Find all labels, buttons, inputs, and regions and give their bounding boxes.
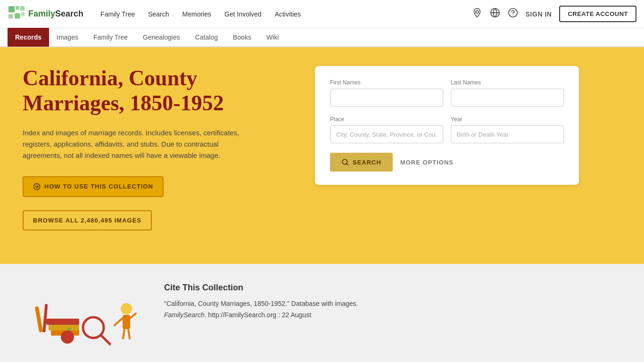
- cite-section: Cite This Collection "California, County…: [164, 283, 621, 321]
- sign-in-button[interactable]: SIGN IN: [526, 10, 552, 18]
- year-input[interactable]: [451, 125, 564, 143]
- svg-rect-3: [8, 14, 13, 19]
- svg-point-6: [476, 10, 479, 13]
- svg-rect-17: [46, 319, 79, 325]
- first-names-label: First Names: [330, 79, 443, 86]
- svg-rect-1: [16, 6, 19, 9]
- cite-text: "California, County Marriages, 1850-1952…: [164, 298, 621, 321]
- illustration-svg: [23, 283, 145, 358]
- svg-rect-5: [21, 12, 25, 16]
- place-input[interactable]: [330, 125, 443, 143]
- svg-rect-4: [15, 13, 20, 18]
- place-label: Place: [330, 116, 443, 123]
- name-row: First Names Last Names: [330, 79, 564, 107]
- svg-rect-18: [35, 306, 43, 333]
- svg-line-27: [128, 329, 130, 338]
- how-to-use-icon: [33, 183, 41, 190]
- cite-title: Cite This Collection: [164, 283, 621, 293]
- location-icon[interactable]: [472, 8, 482, 20]
- svg-line-25: [130, 313, 136, 318]
- hero-section: California, County Marriages, 1850-1952 …: [0, 47, 644, 264]
- place-group: Place: [330, 116, 443, 143]
- sub-nav: Records Images Family Tree Genealogies C…: [0, 28, 644, 47]
- nav-activities[interactable]: Activities: [269, 7, 306, 22]
- logo[interactable]: FamilySearch: [8, 5, 83, 23]
- svg-rect-0: [8, 6, 15, 12]
- last-names-input[interactable]: [451, 89, 564, 107]
- nav-memories[interactable]: Memories: [177, 7, 217, 22]
- svg-rect-23: [123, 315, 130, 329]
- how-to-use-button[interactable]: HOW TO USE THIS COLLECTION: [23, 176, 164, 197]
- help-icon[interactable]: [508, 8, 518, 20]
- svg-point-28: [61, 330, 74, 344]
- illustration: [23, 283, 145, 358]
- create-account-button[interactable]: CREATE ACCOUNT: [559, 6, 636, 22]
- browse-images-button[interactable]: BROWSE ALL 2,480,495 IMAGES: [23, 210, 152, 230]
- svg-line-14: [347, 164, 348, 165]
- last-names-group: Last Names: [451, 79, 564, 107]
- svg-point-22: [121, 303, 132, 314]
- top-nav: FamilySearch Family Tree Search Memories…: [0, 0, 644, 28]
- year-group: Year: [451, 116, 564, 143]
- hero-left: California, County Marriages, 1850-1952 …: [23, 66, 296, 230]
- svg-rect-19: [42, 304, 48, 332]
- search-icon: [341, 158, 349, 166]
- place-year-row: Place Year: [330, 116, 564, 143]
- subnav-books[interactable]: Books: [225, 28, 259, 47]
- first-names-input[interactable]: [330, 89, 443, 107]
- search-card: First Names Last Names Place Year: [315, 66, 579, 185]
- nav-family-tree[interactable]: Family Tree: [95, 7, 140, 22]
- svg-line-21: [101, 335, 110, 344]
- first-names-group: First Names: [330, 79, 443, 107]
- collection-title: California, County Marriages, 1850-1952: [23, 66, 296, 116]
- nav-search[interactable]: Search: [142, 7, 174, 22]
- subnav-records[interactable]: Records: [8, 28, 49, 47]
- subnav-catalog[interactable]: Catalog: [188, 28, 225, 47]
- hero-buttons: HOW TO USE THIS COLLECTION BROWSE ALL 2,…: [23, 176, 296, 230]
- last-names-label: Last Names: [451, 79, 564, 86]
- nav-right: SIGN IN CREATE ACCOUNT: [472, 6, 636, 22]
- subnav-images[interactable]: Images: [49, 28, 86, 47]
- search-button[interactable]: SEARCH: [330, 153, 393, 172]
- svg-rect-2: [20, 6, 25, 10]
- globe-icon[interactable]: [490, 8, 500, 20]
- bottom-section: Cite This Collection "California, County…: [0, 264, 644, 362]
- nav-get-involved[interactable]: Get Involved: [219, 7, 267, 22]
- logo-text: FamilySearch: [28, 9, 83, 19]
- collection-description: Index and images of marriage records. In…: [23, 127, 258, 161]
- year-label: Year: [451, 116, 564, 123]
- search-actions: SEARCH MORE OPTIONS: [330, 153, 564, 172]
- logo-icon: [8, 5, 25, 23]
- svg-line-24: [115, 318, 123, 325]
- svg-rect-16: [49, 324, 79, 330]
- subnav-family-tree[interactable]: Family Tree: [86, 28, 135, 47]
- main-navigation: Family Tree Search Memories Get Involved…: [95, 7, 472, 22]
- more-options-button[interactable]: MORE OPTIONS: [400, 159, 454, 166]
- svg-line-26: [123, 329, 124, 338]
- subnav-genealogies[interactable]: Genealogies: [135, 28, 188, 47]
- subnav-wiki[interactable]: Wiki: [259, 28, 286, 47]
